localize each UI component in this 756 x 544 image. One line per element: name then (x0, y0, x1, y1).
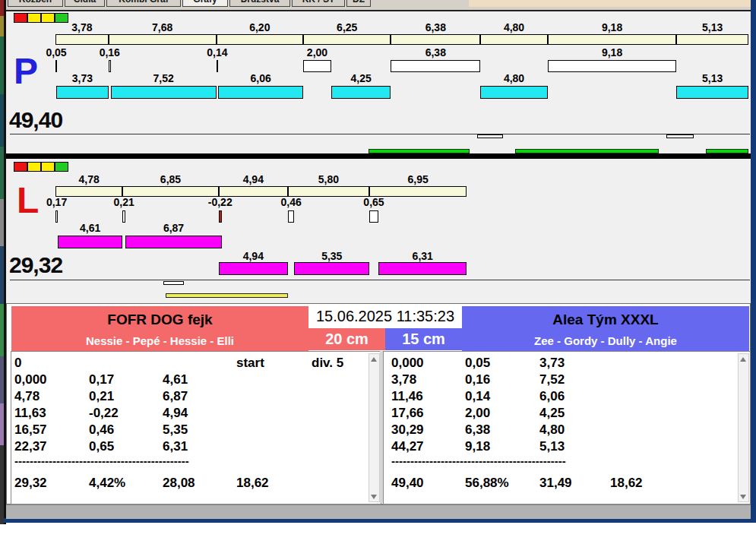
table-total-cell: 29,32 (14, 476, 47, 491)
table-cell: 5,35 (163, 423, 188, 438)
segment-divider (390, 34, 391, 45)
left-height-chip: 20 cm (308, 328, 385, 350)
run-bar (331, 86, 391, 99)
change-label: 0,05 (46, 47, 66, 58)
table-cell: 11,63 (14, 406, 46, 421)
segment-label: 5,13 (702, 22, 723, 33)
table-cell: 6,87 (163, 390, 188, 404)
segment-divider (479, 34, 481, 45)
table-cell: 17,66 (391, 406, 424, 421)
segment-label: 6,95 (408, 174, 429, 185)
table-cell: 16,57 (14, 423, 47, 438)
table-cell: 0,000 (14, 373, 47, 387)
marker-bar (369, 149, 470, 153)
segment-label: 6,25 (337, 22, 357, 33)
table-cell: 0,000 (391, 356, 424, 371)
table-total-cell: 28,08 (163, 476, 195, 491)
table-cell: 6,38 (465, 423, 490, 438)
table-cell: 4,94 (163, 406, 188, 421)
right-team-name: Alea Tým XXXL (462, 312, 749, 328)
segment-divider (216, 34, 217, 45)
change-box (288, 210, 294, 223)
table-cell: start (236, 356, 264, 371)
run-bar (294, 262, 369, 275)
table-cell: 11,46 (391, 390, 423, 404)
change-label: 0,65 (363, 197, 384, 207)
datetime-display: 15.06.2025 11:35:23 (308, 305, 462, 328)
run-bar (125, 236, 222, 248)
change-label: 0,14 (207, 47, 227, 58)
segment-divider (108, 34, 109, 45)
segment-row (55, 34, 748, 45)
segment-label: 4,80 (504, 22, 524, 33)
segment-divider (287, 186, 289, 197)
run-bar (56, 86, 109, 99)
table-cell: 6,06 (539, 390, 565, 404)
scroll-down-icon[interactable] (369, 492, 378, 501)
segment-divider (122, 186, 123, 197)
start-light-4 (55, 13, 68, 23)
right-results-table[interactable]: 0,0000,053,733,780,167,5211,460,146,0617… (383, 351, 751, 504)
lane-letter-p: P (14, 53, 38, 90)
left-table-scrollbar[interactable] (369, 353, 380, 502)
right-team-header: Alea Tým XXXL Zee - Gordy - Dully - Angi… (462, 306, 749, 351)
results-section: FOFR DOG fejk Nessie - Pepé - Hessie - E… (6, 303, 751, 504)
table-total-cell: 18,62 (236, 476, 269, 491)
table-cell: 5,13 (539, 440, 565, 454)
scroll-up-icon[interactable] (739, 354, 747, 364)
table-cell: 3,73 (539, 356, 565, 371)
change-box (122, 210, 125, 223)
table-total-cell: 18,62 (610, 476, 643, 491)
table-cell: 30,29 (391, 423, 424, 438)
table-cell: 0,17 (89, 373, 114, 387)
change-box (391, 60, 480, 72)
left-team-name: FOFR DOG fejk (11, 312, 308, 328)
segment-label: 6,85 (160, 174, 181, 185)
table-divider-row: ----------------------------------------… (14, 455, 189, 468)
left-team-header: FOFR DOG fejk Nessie - Pepé - Hessie - E… (11, 306, 308, 351)
table-cell: 6,31 (163, 440, 188, 454)
scroll-up-icon[interactable] (369, 354, 378, 364)
right-team-members: Zee - Gordy - Dully - Angie (462, 334, 749, 347)
divider-line (10, 134, 750, 134)
run-label: 4,25 (351, 73, 372, 84)
table-total-cell: 31,49 (539, 476, 572, 491)
change-box (55, 210, 58, 223)
start-light-2 (27, 13, 41, 23)
table-cell: 3,78 (391, 373, 416, 387)
run-bar (218, 86, 303, 99)
right-height-chip: 15 cm (385, 328, 462, 350)
table-cell: 44,27 (391, 440, 424, 454)
table-cell: 2,00 (465, 406, 490, 421)
segment-divider (675, 34, 677, 45)
run-bar (58, 236, 122, 248)
lane-total-l: 29,32 (9, 254, 62, 277)
segment-label: 6,20 (249, 22, 270, 33)
run-bar (480, 86, 548, 99)
table-cell: div. 5 (312, 356, 343, 371)
run-label: 6,06 (250, 73, 270, 84)
left-team-members: Nessie - Pepé - Hessie - Elli (11, 334, 308, 347)
segment-label: 4,78 (78, 174, 99, 185)
table-total-cell: 56,88% (465, 476, 509, 491)
segment-label: 6,38 (425, 22, 446, 33)
segment-divider (547, 34, 549, 45)
change-label: 9,18 (602, 47, 622, 58)
left-results-table[interactable]: 0startdiv. 50,0000,174,614,780,216,8711,… (11, 351, 381, 504)
table-total-cell: 49,40 (391, 476, 424, 491)
lane-total-p: 49,40 (9, 109, 62, 131)
table-cell: 0 (14, 356, 21, 371)
segment-label: 7,68 (152, 22, 172, 33)
segment-divider (218, 186, 220, 197)
table-total-cell: 4,42% (89, 476, 125, 491)
change-label: 2,00 (307, 47, 327, 58)
marker-outline (666, 134, 694, 138)
segment-divider (302, 34, 304, 45)
segment-divider (369, 186, 370, 197)
change-label: 0,17 (46, 197, 67, 207)
scroll-down-icon[interactable] (739, 492, 747, 501)
change-label: 0,16 (100, 47, 120, 58)
run-label: 4,61 (80, 223, 100, 233)
right-table-scrollbar[interactable] (738, 353, 749, 502)
run-label: 7,52 (153, 73, 174, 84)
